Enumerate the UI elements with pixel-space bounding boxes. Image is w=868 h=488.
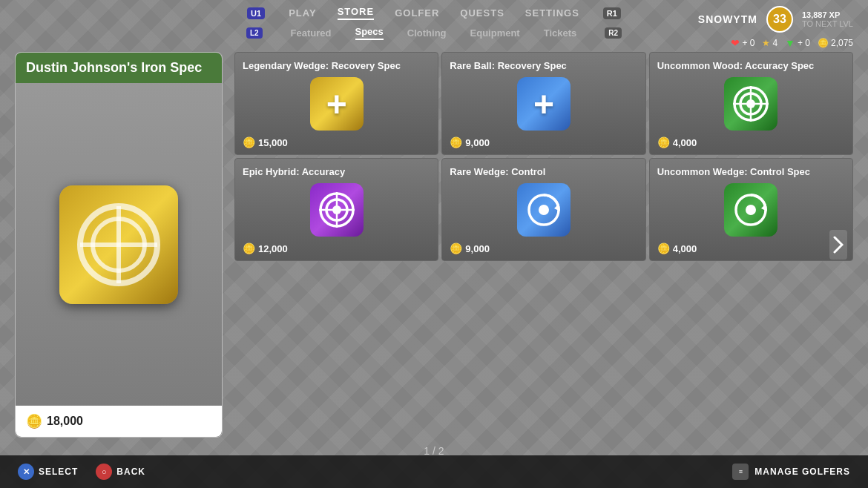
item-1-price: 🪙 9,000 <box>450 136 490 148</box>
gold-cross-icon: + <box>310 77 364 131</box>
back-button[interactable]: ○ BACK <box>96 464 145 480</box>
nav-golfer[interactable]: GOLFER <box>395 7 439 19</box>
price-1: 9,000 <box>465 137 490 148</box>
item-1-icon-wrap: + <box>517 71 571 136</box>
coin-icon-4: 🪙 <box>450 243 462 254</box>
sub-equipment[interactable]: Equipment <box>470 27 520 39</box>
item-4-icon-wrap <box>517 177 571 243</box>
featured-card-title: Dustin Johnson's Iron Spec <box>16 53 222 83</box>
coin-icon-3: 🪙 <box>243 243 255 254</box>
price-3: 12,000 <box>258 243 288 254</box>
sub-tickets[interactable]: Tickets <box>544 27 577 39</box>
coin-icon-5: 🪙 <box>657 243 670 254</box>
back-label: BACK <box>116 466 145 477</box>
price-coin-icon: 🪙 <box>26 413 42 429</box>
nav-settings[interactable]: SETTINGS <box>525 7 579 19</box>
item-3-icon-wrap <box>310 177 364 243</box>
o-button-icon: ○ <box>96 464 112 480</box>
svg-point-15 <box>539 205 549 215</box>
item-2-name: Uncommon Wood: Accuracy Spec <box>657 60 845 71</box>
price-5: 4,000 <box>673 243 697 254</box>
u1-icon: U1 <box>247 7 265 19</box>
coin-icon-0: 🪙 <box>243 136 255 148</box>
nav-store[interactable]: STORE <box>338 6 375 20</box>
r1-icon: R1 <box>603 7 621 19</box>
item-uncommon-wood[interactable]: Uncommon Wood: Accuracy Spec 🪙 <box>649 52 853 155</box>
nav-quests[interactable]: QUESTS <box>460 7 504 19</box>
price-2: 4,000 <box>673 137 697 148</box>
chevron-right[interactable] <box>829 230 847 260</box>
bottom-left: ✕ SELECT ○ BACK <box>18 464 145 480</box>
item-3-name: Epic Hybrid: Accuracy <box>243 166 430 177</box>
green-target-icon <box>724 77 777 131</box>
x-button-icon: ✕ <box>18 464 34 480</box>
coin-icon-2: 🪙 <box>657 136 670 148</box>
featured-grid-svg <box>74 200 163 289</box>
item-uncommon-wedge[interactable]: Uncommon Wedge: Control Spec 🪙 4,000 <box>649 158 853 261</box>
price-0: 15,000 <box>258 137 288 148</box>
item-rare-ball[interactable]: Rare Ball: Recovery Spec + 🪙 9,000 <box>441 52 645 155</box>
bottom-bar: ✕ SELECT ○ BACK ≡ MANAGE GOLFERS <box>0 455 868 488</box>
bottom-right[interactable]: ≡ MANAGE GOLFERS <box>732 464 850 480</box>
item-5-price: 🪙 4,000 <box>657 243 697 254</box>
featured-card-body <box>16 83 222 406</box>
sub-specs[interactable]: Specs <box>355 26 384 40</box>
featured-card[interactable]: Dustin Johnson's Iron Spec 🪙 18,000 <box>15 52 223 438</box>
green-spin-icon <box>724 183 777 237</box>
purple-target-icon <box>310 183 364 237</box>
item-4-name: Rare Wedge: Control <box>450 166 637 177</box>
item-4-price: 🪙 9,000 <box>450 243 490 254</box>
item-2-icon-wrap <box>724 71 777 136</box>
r2-icon: R2 <box>605 27 622 39</box>
item-legendary-wedge[interactable]: Legendary Wedge: Recovery Spec + 🪙 15,00… <box>234 52 438 155</box>
items-grid: Legendary Wedge: Recovery Spec + 🪙 15,00… <box>234 52 853 261</box>
manage-label: MANAGE GOLFERS <box>754 466 850 477</box>
sub-featured[interactable]: Featured <box>291 27 332 39</box>
item-2-price: 🪙 4,000 <box>657 136 697 148</box>
featured-icon <box>59 185 178 304</box>
item-0-price: 🪙 15,000 <box>243 136 288 148</box>
blue-cross-icon: + <box>517 77 571 131</box>
price-4: 9,000 <box>465 243 490 254</box>
xp-amount: 13,887 XP <box>802 10 853 19</box>
sub-nav: L2 Featured Specs Clothing Equipment Tic… <box>0 23 868 44</box>
item-1-name: Rare Ball: Recovery Spec <box>450 60 637 71</box>
item-5-icon-wrap <box>724 177 777 243</box>
item-3-price: 🪙 12,000 <box>243 243 288 254</box>
item-5-name: Uncommon Wedge: Control Spec <box>657 166 845 177</box>
featured-price: 18,000 <box>47 415 83 428</box>
item-0-icon-wrap: + <box>310 71 364 136</box>
item-epic-hybrid[interactable]: Epic Hybrid: Accuracy 🪙 12,00 <box>234 158 438 261</box>
l2-icon: L2 <box>246 27 263 39</box>
featured-card-price: 🪙 18,000 <box>16 406 222 437</box>
item-0-name: Legendary Wedge: Recovery Spec <box>243 60 430 71</box>
main-content: Dustin Johnson's Iron Spec 🪙 18,000 Lege… <box>0 44 868 445</box>
select-button[interactable]: ✕ SELECT <box>18 464 78 480</box>
item-rare-wedge[interactable]: Rare Wedge: Control 🪙 9,000 <box>441 158 645 261</box>
menu-button-icon: ≡ <box>732 464 749 480</box>
svg-point-18 <box>746 205 756 215</box>
select-label: SELECT <box>39 466 78 477</box>
nav-play[interactable]: PLAY <box>289 7 316 19</box>
blue-spin-icon <box>517 183 571 237</box>
coin-icon-1: 🪙 <box>450 136 462 148</box>
sub-clothing[interactable]: Clothing <box>407 27 447 39</box>
